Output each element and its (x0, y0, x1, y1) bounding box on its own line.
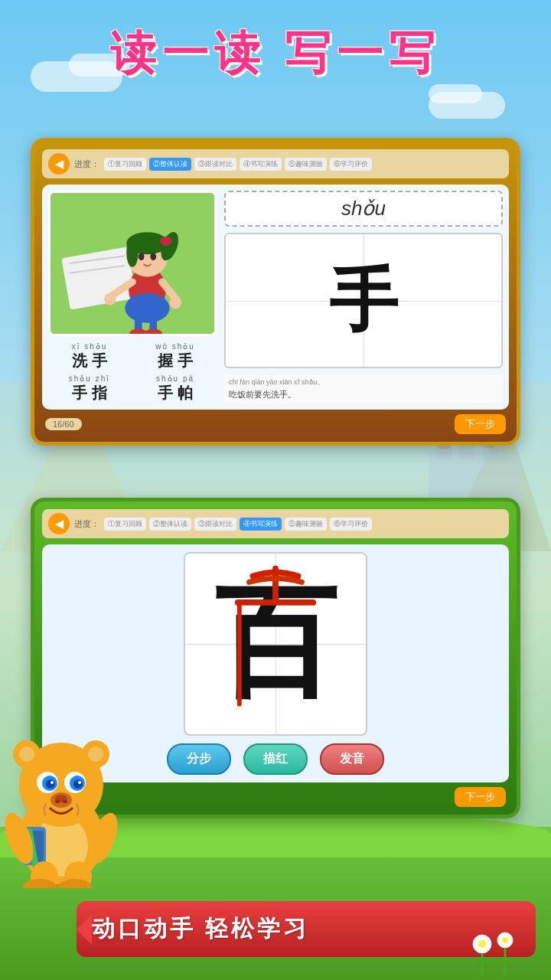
svg-point-50 (55, 800, 60, 803)
svg-point-19 (160, 237, 172, 246)
svg-point-24 (104, 293, 116, 305)
svg-line-64 (486, 958, 494, 963)
card1-right-panel: shǒu 手 chī fàn qián yào xiān xǐ shǒu。 吃饭… (224, 191, 503, 403)
card2-step-5[interactable]: ⑤趣味测验 (285, 518, 327, 531)
card1-progress-label: 进度： (74, 158, 99, 170)
svg-point-25 (170, 297, 182, 309)
card1-progress-bar: ◀ 进度： ①复习回顾 ②整体认读 ③跟读对比 ④书写演练 ⑤趣味测验 ⑥学习评… (42, 149, 509, 178)
card2-step-2[interactable]: ②整体认读 (149, 518, 191, 531)
title-section: 读一读 写一写 (0, 23, 551, 85)
svg-point-59 (478, 940, 486, 948)
card2-step-1[interactable]: ①复习回顾 (104, 518, 146, 531)
sentence-area: chī fàn qián yào xiān xǐ shǒu。 吃饭前要先洗手。 (224, 374, 503, 403)
card2-step-6[interactable]: ⑥学习评价 (330, 518, 372, 531)
card1-step-4[interactable]: ④书写演练 (240, 158, 282, 171)
svg-point-61 (502, 937, 508, 943)
svg-point-39 (88, 746, 103, 762)
vocab-item-4: shǒu pà 手 帕 (134, 374, 217, 403)
card1-left-panel: xī shǒu 洗 手 wò shǒu 握 手 shǒu zhǐ 手 指 shǒ… (48, 191, 217, 403)
action-buttons: 分步 描红 发音 (167, 743, 384, 775)
card1-step-1[interactable]: ①复习回顾 (104, 158, 146, 171)
card2-step-3[interactable]: ③跟读对比 (194, 518, 236, 531)
card1-step-2[interactable]: ②整体认读 (149, 158, 191, 171)
card1-content: xī shǒu 洗 手 wò shǒu 握 手 shǒu zhǐ 手 指 shǒ… (42, 185, 509, 410)
writing-canvas[interactable]: 百 (184, 552, 367, 736)
svg-point-20 (139, 253, 145, 260)
svg-point-51 (63, 800, 67, 803)
svg-point-45 (73, 779, 83, 789)
card1-next-button[interactable]: 下一步 (455, 414, 506, 434)
stroke-overlay (185, 554, 366, 734)
svg-point-47 (78, 781, 81, 784)
bear-svg (0, 720, 130, 888)
banner-text: 动口动手 轻松学习 (92, 913, 309, 945)
card2-progress-label: 进度： (74, 518, 99, 530)
svg-point-21 (150, 253, 156, 260)
vocab-grid: xī shǒu 洗 手 wò shǒu 握 手 shǒu zhǐ 手 指 shǒ… (48, 342, 217, 403)
card2-progress-bar: ◀ 进度： ①复习回顾 ②整体认读 ③跟读对比 ④书写演练 ⑤趣味测验 ⑥学习评… (42, 509, 509, 538)
card1-steps: ①复习回顾 ②整体认读 ③跟读对比 ④书写演练 ⑤趣味测验 ⑥学习评价 (104, 158, 503, 171)
character-illustration (48, 191, 217, 336)
flowers-decoration (467, 929, 528, 980)
main-title: 读一读 写一写 (110, 28, 442, 79)
fayin-button[interactable]: 发音 (320, 743, 384, 775)
pinyin-display: shǒu (224, 191, 503, 227)
miaohong-button[interactable]: 描红 (243, 743, 308, 775)
card2-back-button[interactable]: ◀ (48, 513, 70, 534)
svg-point-46 (51, 781, 54, 784)
svg-point-14 (125, 293, 169, 323)
card2-step-4[interactable]: ④书写演练 (240, 518, 282, 531)
vocab-item-2: wò shǒu 握 手 (134, 342, 217, 371)
bear-character (0, 720, 130, 873)
character-display: 手 (224, 233, 503, 368)
card2-next-button[interactable]: 下一步 (455, 787, 506, 807)
svg-point-37 (19, 746, 34, 762)
vocab-item-1: xī shǒu 洗 手 (48, 342, 131, 371)
card1-container: ◀ 进度： ①复习回顾 ②整体认读 ③跟读对比 ④书写演练 ⑤趣味测验 ⑥学习评… (31, 138, 520, 446)
main-character: 手 (329, 254, 398, 348)
sentence-pinyin: chī fàn qián yào xiān xǐ shǒu。 (229, 377, 498, 387)
card1-back-button[interactable]: ◀ (48, 153, 70, 175)
card1-step-5[interactable]: ⑤趣味测验 (285, 158, 327, 171)
card1-page-indicator: 16/60 (45, 418, 82, 430)
svg-point-44 (46, 779, 55, 789)
card2-steps: ①复习回顾 ②整体认读 ③跟读对比 ④书写演练 ⑤趣味测验 ⑥学习评价 (104, 518, 503, 531)
card1-footer: 16/60 下一步 (42, 414, 509, 434)
sentence-text: 吃饭前要先洗手。 (229, 390, 296, 399)
cloud-4 (429, 84, 482, 103)
fenbui-button[interactable]: 分步 (167, 743, 231, 775)
svg-point-17 (126, 237, 139, 267)
card1-step-3[interactable]: ③跟读对比 (194, 158, 236, 171)
card1-step-6[interactable]: ⑥学习评价 (330, 158, 372, 171)
flowers-svg (467, 929, 528, 975)
girl-illustration (51, 191, 214, 336)
vocab-item-3: shǒu zhǐ 手 指 (48, 374, 131, 403)
